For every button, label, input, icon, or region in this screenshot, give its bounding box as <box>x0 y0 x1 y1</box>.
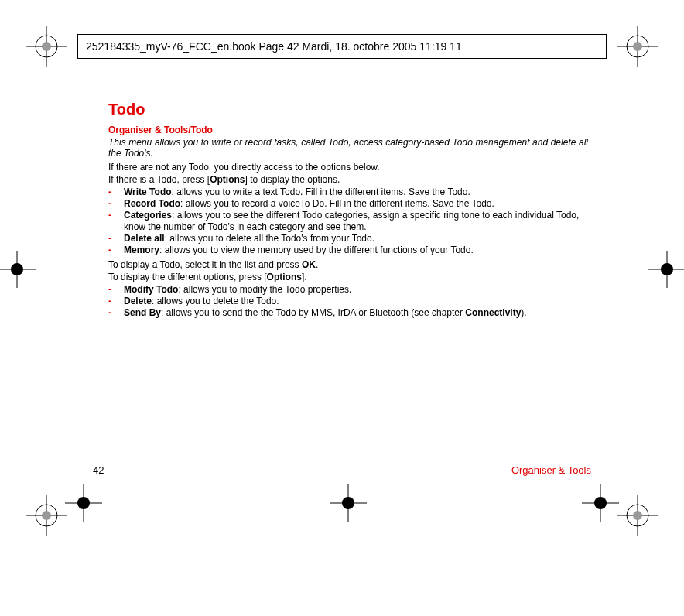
intro-paragraph: This menu allows you to write or record … <box>108 137 588 159</box>
crop-cross-icon <box>577 480 624 526</box>
options-list-1: Write Todo: allows you to write a text T… <box>108 187 588 256</box>
svg-point-11 <box>42 511 51 520</box>
options-list-2: Modify Todo: allows you to modify the To… <box>108 284 588 319</box>
footer-section: Organiser & Tools <box>511 464 591 476</box>
list-item: Modify Todo: allows you to modify the To… <box>108 284 588 296</box>
page-content: Todo Organiser & Tools/Todo This menu al… <box>108 101 588 322</box>
body-paragraph: To display the different options, press … <box>108 272 588 282</box>
registration-mark-icon <box>23 23 70 70</box>
body-paragraph: If there is a Todo, press [Options] to d… <box>108 174 588 185</box>
list-item: Record Todo: allows you to record a voic… <box>108 198 588 210</box>
list-item: Memory: allows you to view the memory us… <box>108 245 588 256</box>
body-paragraph: To display a Todo, select it in the list… <box>108 259 588 270</box>
list-item: Delete all: allows you to delete all the… <box>108 233 588 245</box>
list-item: Write Todo: allows you to write a text T… <box>108 187 588 198</box>
crop-cross-icon <box>644 246 684 293</box>
crop-cross-icon <box>325 480 371 526</box>
page-title: Todo <box>108 101 588 118</box>
list-item: Send By: allows you to send the the Todo… <box>108 307 588 319</box>
list-item: Categories: allows you to see the differ… <box>108 210 588 233</box>
document-header: 252184335_myV-76_FCC_en.book Page 42 Mar… <box>77 34 607 59</box>
svg-point-15 <box>633 511 642 520</box>
crop-cross-icon <box>60 480 107 526</box>
crop-cross-icon <box>0 246 40 293</box>
breadcrumb: Organiser & Tools/Todo <box>108 125 588 135</box>
list-item: Delete: allows you to delete the Todo. <box>108 296 588 307</box>
svg-point-7 <box>633 42 642 51</box>
header-text: 252184335_myV-76_FCC_en.book Page 42 Mar… <box>86 40 462 53</box>
registration-mark-icon <box>614 23 661 70</box>
svg-point-3 <box>42 42 51 51</box>
page-number: 42 <box>93 464 104 476</box>
page-footer: 42 Organiser & Tools <box>93 464 591 476</box>
body-paragraph: If there are not any Todo, you directly … <box>108 162 588 173</box>
